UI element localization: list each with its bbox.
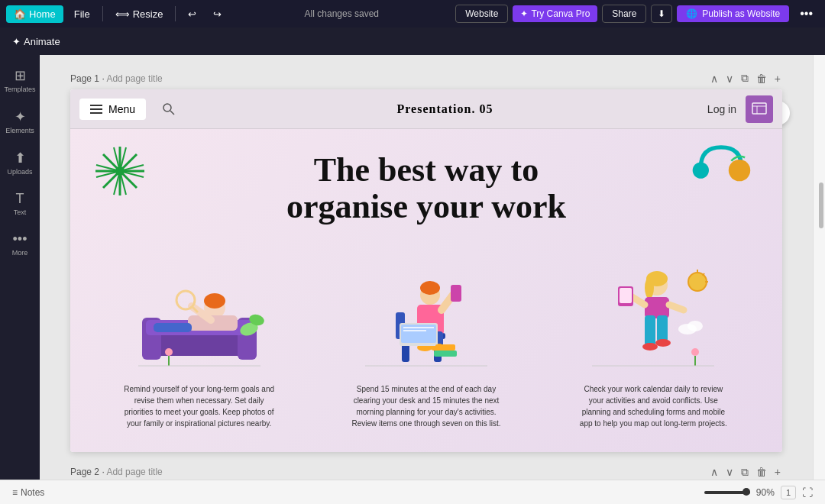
page-1-actions: ∧ ∨ ⧉ 🗑 + bbox=[709, 70, 782, 86]
uploads-label: Uploads bbox=[7, 168, 32, 176]
canva-pro-button[interactable]: ✦ Try Canva Pro bbox=[513, 5, 597, 22]
page-1-header: Page 1 · Add page title ∧ ∨ ⧉ 🗑 + bbox=[70, 70, 782, 86]
divider bbox=[102, 6, 103, 21]
undo-icon: ↩ bbox=[188, 8, 196, 20]
main-layout: ⊞ Templates ✦ Elements ⬆ Uploads T Text … bbox=[0, 55, 825, 480]
text-label: Text bbox=[14, 208, 27, 216]
resize-icon: ⟺ bbox=[115, 8, 130, 20]
page-2-add-button[interactable]: + bbox=[773, 464, 782, 480]
bottom-right: 90% 1 ⛶ bbox=[704, 486, 813, 499]
sidebar-item-text[interactable]: T Text bbox=[2, 185, 37, 222]
page-2-actions: ∧ ∨ ⧉ 🗑 + bbox=[709, 464, 782, 480]
illustration-row: Remind yourself of your long-term goals … bbox=[93, 249, 759, 429]
more-icon: ••• bbox=[800, 7, 813, 20]
sidebar-item-more[interactable]: ••• More bbox=[2, 225, 37, 263]
canva-pro-label: Try Canva Pro bbox=[531, 8, 590, 19]
hamburger-icon bbox=[90, 105, 102, 114]
menu-button[interactable]: Menu bbox=[79, 99, 146, 120]
slide-1: Menu Presentation. 05 Log in bbox=[70, 89, 782, 452]
page-2-copy-button[interactable]: ⧉ bbox=[739, 464, 750, 480]
login-label[interactable]: Log in bbox=[707, 103, 736, 115]
figure-1 bbox=[115, 249, 283, 371]
svg-rect-56 bbox=[645, 315, 655, 346]
home-label: Home bbox=[29, 8, 56, 20]
share-button[interactable]: Share bbox=[602, 5, 646, 23]
svg-point-54 bbox=[645, 277, 654, 299]
zoom-thumb bbox=[742, 488, 750, 496]
right-panel bbox=[813, 55, 825, 480]
sidebar-item-templates[interactable]: ⊞ Templates bbox=[2, 61, 37, 99]
page-1-delete-button[interactable]: 🗑 bbox=[755, 71, 768, 86]
figure-2 bbox=[342, 249, 510, 371]
slide-title: Presentation. 05 bbox=[183, 102, 707, 116]
svg-rect-55 bbox=[645, 297, 669, 318]
share-label: Share bbox=[612, 8, 636, 19]
more-sidebar-label: More bbox=[12, 249, 28, 257]
page-2-title: Page 2 · Add page title bbox=[70, 467, 163, 477]
download-button[interactable]: ⬇ bbox=[651, 5, 672, 23]
illustration-3: Check your work calendar daily to review… bbox=[569, 249, 737, 429]
svg-point-21 bbox=[204, 293, 225, 309]
home-button[interactable]: 🏠 Home bbox=[6, 5, 63, 23]
canvas-area: ↻ Page 1 · Add page title ∧ ∨ ⧉ 🗑 + bbox=[40, 55, 813, 480]
more-options-button[interactable]: ••• bbox=[794, 4, 819, 24]
svg-rect-50 bbox=[435, 344, 455, 351]
svg-point-37 bbox=[420, 281, 440, 295]
page-1-copy-button[interactable]: ⧉ bbox=[739, 70, 750, 86]
slide-content: The best way to organise your work bbox=[70, 129, 782, 452]
svg-rect-49 bbox=[434, 351, 457, 357]
divider-2 bbox=[175, 6, 176, 21]
bottom-bar: ≡ Notes 90% 1 ⛶ bbox=[0, 480, 825, 504]
publish-button[interactable]: 🌐 Publish as Website bbox=[677, 5, 789, 22]
page-1-add-button[interactable]: + bbox=[773, 71, 782, 86]
notes-button[interactable]: ≡ Notes bbox=[12, 487, 44, 498]
fit-button[interactable]: 1 bbox=[781, 486, 796, 499]
page-1-down-button[interactable]: ∨ bbox=[724, 71, 735, 86]
undo-button[interactable]: ↩ bbox=[182, 5, 202, 23]
notes-label: Notes bbox=[21, 487, 44, 498]
slide-nav: Menu Presentation. 05 Log in bbox=[70, 89, 782, 129]
slide-headline: The best way to organise your work bbox=[93, 152, 759, 226]
resize-button[interactable]: ⟺ Resize bbox=[109, 5, 170, 23]
notes-icon: ≡ bbox=[12, 487, 18, 498]
search-button[interactable] bbox=[155, 95, 183, 123]
redo-icon: ↪ bbox=[213, 8, 222, 20]
website-button[interactable]: Website bbox=[455, 5, 508, 23]
page-2-section: Page 2 · Add page title ∧ ∨ ⧉ 🗑 + bbox=[70, 464, 782, 480]
animate-button[interactable]: ✦ Animate bbox=[12, 36, 60, 47]
page-2-header: Page 2 · Add page title ∧ ∨ ⧉ 🗑 + bbox=[70, 464, 782, 480]
file-button[interactable]: File bbox=[68, 5, 96, 23]
zoom-percent: 90% bbox=[756, 487, 775, 498]
templates-label: Templates bbox=[4, 86, 35, 93]
zoom-slider[interactable] bbox=[704, 491, 750, 494]
page-2-delete-button[interactable]: 🗑 bbox=[755, 464, 768, 480]
zoom-control bbox=[704, 491, 750, 494]
website-label: Website bbox=[465, 8, 498, 19]
nav-icon bbox=[746, 95, 773, 123]
redo-button[interactable]: ↪ bbox=[207, 5, 228, 23]
figure-3 bbox=[569, 249, 737, 371]
svg-point-71 bbox=[688, 321, 703, 331]
svg-rect-23 bbox=[154, 323, 192, 332]
sidebar-item-elements[interactable]: ✦ Elements bbox=[2, 102, 37, 141]
animate-label: Animate bbox=[24, 36, 60, 47]
menu-label: Menu bbox=[108, 103, 135, 115]
animate-icon: ✦ bbox=[12, 36, 21, 47]
svg-line-63 bbox=[669, 305, 684, 310]
fullscreen-button[interactable]: ⛶ bbox=[802, 486, 813, 499]
caption-2: Spend 15 minutes at the end of each day … bbox=[350, 383, 503, 429]
svg-rect-62 bbox=[620, 288, 632, 303]
home-icon: 🏠 bbox=[14, 8, 26, 20]
more-sidebar-icon: ••• bbox=[13, 231, 28, 247]
page-2-down-button[interactable]: ∨ bbox=[724, 464, 735, 480]
sidebar-item-uploads[interactable]: ⬆ Uploads bbox=[2, 144, 37, 182]
page-1-up-button[interactable]: ∧ bbox=[709, 71, 720, 86]
svg-line-1 bbox=[170, 111, 174, 115]
file-label: File bbox=[74, 8, 90, 20]
page-2-up-button[interactable]: ∧ bbox=[709, 464, 720, 480]
page-1-section: Page 1 · Add page title ∧ ∨ ⧉ 🗑 + bbox=[70, 70, 782, 452]
toolbar-right: Website ✦ Try Canva Pro Share ⬇ 🌐 Publis… bbox=[455, 4, 819, 24]
scrollbar-thumb[interactable] bbox=[819, 183, 823, 228]
text-icon: T bbox=[16, 191, 24, 207]
page-1-title: Page 1 · Add page title bbox=[70, 73, 163, 84]
